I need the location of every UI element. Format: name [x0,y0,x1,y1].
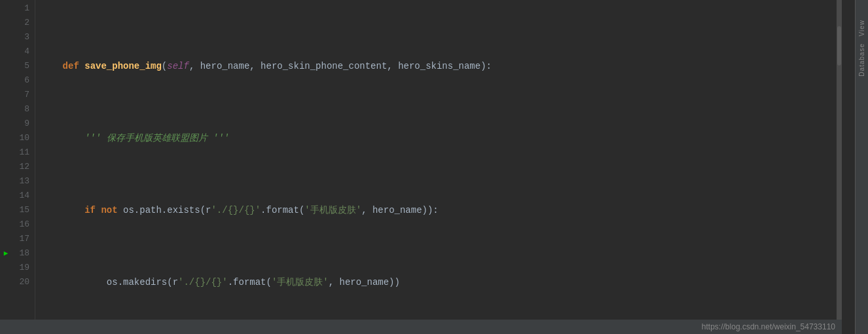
ln-12: 12 [17,160,29,174]
bp-16 [0,217,12,232]
ln-4: 4 [17,45,29,59]
bp-5 [0,59,12,73]
ln-3: 3 [17,30,29,45]
ln-14: 14 [17,189,29,203]
bp-6 [0,73,12,88]
breakpoint-gutter: ▶ [0,0,12,334]
bp-14 [0,189,12,203]
right-sidebar: View Database [855,0,868,334]
bp-19 [0,261,12,275]
ln-15: 15 [17,203,29,217]
ln-16: 16 [17,217,29,232]
ln-17: 17 [17,232,29,246]
ln-8: 8 [17,102,29,117]
bp-12 [0,160,12,174]
ln-19: 19 [17,261,29,275]
bp-2 [0,16,12,30]
ln-7: 7 [17,88,29,102]
bp-18: ▶ [0,246,12,261]
sidebar-database-label[interactable]: Database [858,43,865,77]
bp-1 [0,1,12,16]
ln-18: 18 [17,246,29,261]
url-link[interactable]: https://blog.csdn.net/weixin_54733110 [702,322,835,331]
ln-11: 11 [17,145,29,160]
bp-7 [0,88,12,102]
sidebar-view-label[interactable]: View [858,20,865,37]
bp-3 [0,30,12,45]
vertical-scrollbar[interactable] [837,0,842,321]
bp-15 [0,203,12,217]
bp-17 [0,232,12,246]
bottom-status-bar: https://blog.csdn.net/weixin_54733110 [0,320,842,334]
code-line-1: def save_phone_img(self, hero_name, hero… [41,59,855,73]
bp-11 [0,145,12,160]
bp-8 [0,102,12,117]
editor-area: ▶ 1 2 3 4 5 6 7 8 9 10 11 12 13 14 15 16… [0,0,855,334]
scrollbar-thumb[interactable] [837,26,841,65]
bp-4 [0,45,12,59]
ln-6: 6 [17,73,29,88]
code-line-3: if not os.path.exists(r'./{}/{}'.format(… [41,203,855,217]
bp-13 [0,174,12,189]
ln-5: 5 [17,59,29,73]
ln-2: 2 [17,16,29,30]
bp-10 [0,131,12,145]
code-line-2: ''' 保存手机版英雄联盟图片 ''' [41,131,855,145]
ln-10: 10 [17,131,29,145]
ln-9: 9 [17,117,29,131]
ln-13: 13 [17,174,29,189]
ln-1: 1 [17,1,29,16]
bp-9 [0,117,12,131]
line-numbers: 1 2 3 4 5 6 7 8 9 10 11 12 13 14 15 16 1… [12,0,35,334]
ln-20: 20 [17,275,29,289]
code-content[interactable]: def save_phone_img(self, hero_name, hero… [35,0,855,334]
bp-20 [0,275,12,289]
code-line-4: os.makedirs(r'./{}/{}'.format('手机版皮肤', h… [41,275,855,289]
